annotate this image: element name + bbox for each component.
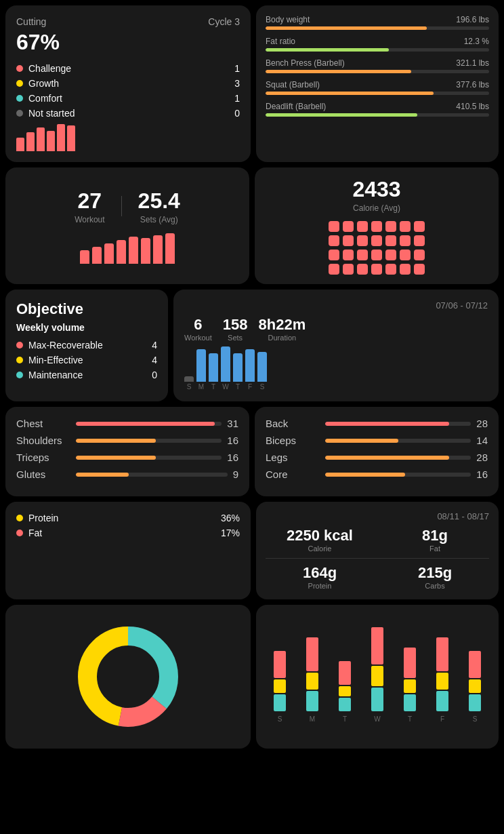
sets-avg-stat: 25.4 Sets (Avg) bbox=[138, 188, 180, 224]
cutting-title: Cutting bbox=[16, 16, 46, 27]
squat-bar bbox=[266, 92, 434, 95]
legend-not-started: Not started 0 bbox=[16, 108, 240, 119]
dot-maintenance bbox=[16, 372, 23, 378]
weekly-bar-chart: S M T W T F S bbox=[184, 350, 488, 391]
bar-6 bbox=[67, 125, 75, 151]
wbar-7 bbox=[153, 235, 163, 264]
calorie-avg: 2433 bbox=[352, 177, 400, 202]
bar-3 bbox=[37, 127, 45, 151]
cutting-bar-chart bbox=[16, 124, 240, 151]
legend-maintenance: Maintenance 0 bbox=[16, 370, 157, 380]
bar-5 bbox=[57, 124, 65, 151]
calorie-card: 2433 Calorie (Avg) bbox=[255, 167, 499, 284]
stat-bench-press: Bench Press (Barbell) 321.1 lbs bbox=[266, 58, 489, 73]
bar-4 bbox=[47, 131, 55, 151]
stacked-col-s1: S bbox=[266, 651, 294, 723]
muscle-glutes: Glutes 9 bbox=[16, 469, 238, 480]
bar-group-m: M bbox=[196, 349, 206, 391]
stats-card: Body weight 196.6 lbs Fat ratio 12.3 % B… bbox=[256, 5, 499, 162]
weekly-duration-stat: 8h22m Duration bbox=[258, 316, 306, 342]
objective-title: Objective bbox=[16, 300, 157, 318]
stacked-col-f: F bbox=[428, 637, 457, 723]
muscle-triceps: Triceps 16 bbox=[16, 452, 238, 463]
stat-fat-ratio: Fat ratio 12.3 % bbox=[266, 37, 489, 52]
wbar-6 bbox=[141, 238, 150, 264]
weekly-date-range: 07/06 - 07/12 bbox=[184, 300, 488, 311]
stacked-chart: S M T bbox=[266, 614, 489, 723]
stacked-col-s2: S bbox=[461, 651, 489, 723]
donut-card bbox=[5, 605, 251, 749]
legend-challenge: Challenge 1 bbox=[16, 63, 240, 74]
wbar-5 bbox=[129, 237, 138, 264]
stacked-col-t2: T bbox=[396, 648, 424, 723]
legend-comfort: Comfort 1 bbox=[16, 93, 240, 104]
workout-count-stat: 27 Workout bbox=[75, 188, 104, 224]
objective-card: Objective Weekly volume Max-Recoverable … bbox=[5, 290, 168, 401]
bar-group-t2: T bbox=[233, 353, 243, 391]
stacked-col-t1: T bbox=[331, 661, 359, 723]
muscle-back: Back 28 bbox=[266, 418, 488, 429]
dot-max-recoverable bbox=[16, 342, 23, 349]
muscle-legs: Legs 28 bbox=[266, 452, 488, 463]
bar-2 bbox=[26, 132, 35, 151]
calorie-label: Calorie (Avg) bbox=[352, 203, 400, 213]
calorie-value: 2250 kcal Calorie bbox=[266, 527, 374, 553]
calorie-dot-grid bbox=[329, 221, 425, 275]
weekly-card: 07/06 - 07/12 6 Workout 158 Sets 8h22m D… bbox=[173, 290, 499, 401]
wbar-2 bbox=[92, 247, 102, 264]
donut-chart bbox=[67, 616, 189, 738]
workout-bar-chart bbox=[80, 230, 175, 264]
muscle-core: Core 16 bbox=[266, 469, 488, 480]
stat-deadlift: Deadlift (Barbell) 410.5 lbs bbox=[266, 102, 489, 117]
bar-group-w: W bbox=[221, 346, 230, 391]
bar-group-s1: S bbox=[184, 376, 194, 391]
dot-challenge bbox=[16, 65, 23, 72]
muscle-card-left: Chest 31 Shoulders 16 Triceps 16 Glutes bbox=[5, 407, 249, 496]
weekly-volume-subtitle: Weekly volume bbox=[16, 322, 157, 333]
cycle-label: Cycle 3 bbox=[208, 16, 240, 27]
body-weight-bar bbox=[266, 26, 427, 30]
macro-card: Protein 36% Fat 17% bbox=[5, 502, 251, 599]
dot-growth bbox=[16, 80, 23, 87]
bar-group-t1: T bbox=[209, 353, 218, 391]
muscle-shoulders: Shoulders 16 bbox=[16, 435, 238, 446]
bar-group-s2: S bbox=[257, 352, 267, 391]
bench-press-bar bbox=[266, 70, 411, 73]
muscle-biceps: Biceps 14 bbox=[266, 435, 488, 446]
weekly-workout-stat: 6 Workout bbox=[184, 316, 212, 342]
wbar-8 bbox=[165, 233, 175, 264]
cutting-card: Cutting Cycle 3 67% Challenge 1 Growth 3… bbox=[5, 5, 251, 162]
dot-protein bbox=[16, 515, 23, 521]
legend-max-recoverable: Max-Recoverable 4 bbox=[16, 340, 157, 351]
stat-body-weight: Body weight 196.6 lbs bbox=[266, 15, 489, 30]
deadlift-bar bbox=[266, 113, 417, 117]
dot-not-started bbox=[16, 110, 23, 117]
nutrition-fat-row: Fat 17% bbox=[16, 528, 240, 538]
cutting-percent: 67% bbox=[16, 30, 240, 55]
wbar-3 bbox=[104, 243, 114, 264]
bar-1 bbox=[16, 138, 24, 151]
carbs-value: 215g Carbs bbox=[381, 564, 489, 590]
nutrition-protein-row: Protein 36% bbox=[16, 513, 240, 523]
muscle-chest: Chest 31 bbox=[16, 418, 238, 429]
fat-ratio-bar bbox=[266, 48, 389, 52]
nutrition-date-range: 08/11 - 08/17 bbox=[266, 511, 489, 521]
stacked-bar-card: S M T bbox=[256, 605, 499, 749]
stat-divider bbox=[121, 196, 122, 216]
bar-group-f: F bbox=[245, 349, 255, 391]
dot-fat bbox=[16, 530, 23, 536]
workout-stats-card: 27 Workout 25.4 Sets (Avg) bbox=[5, 167, 249, 284]
daily-nutrition-card: 08/11 - 08/17 2250 kcal Calorie 81g Fat … bbox=[256, 502, 499, 599]
legend-min-effective: Min-Effective 4 bbox=[16, 355, 157, 365]
stacked-col-m: M bbox=[298, 637, 327, 723]
weekly-sets-stat: 158 Sets bbox=[223, 316, 248, 342]
stat-squat: Squat (Barbell) 377.6 lbs bbox=[266, 80, 489, 95]
dot-comfort bbox=[16, 95, 23, 102]
wbar-1 bbox=[80, 250, 89, 264]
fat-value: 81g Fat bbox=[381, 527, 489, 553]
legend-growth: Growth 3 bbox=[16, 78, 240, 89]
dot-min-effective bbox=[16, 357, 23, 363]
h-divider bbox=[266, 558, 489, 559]
wbar-4 bbox=[117, 240, 126, 264]
muscle-card-right: Back 28 Biceps 14 Legs 28 Core 16 bbox=[255, 407, 499, 496]
